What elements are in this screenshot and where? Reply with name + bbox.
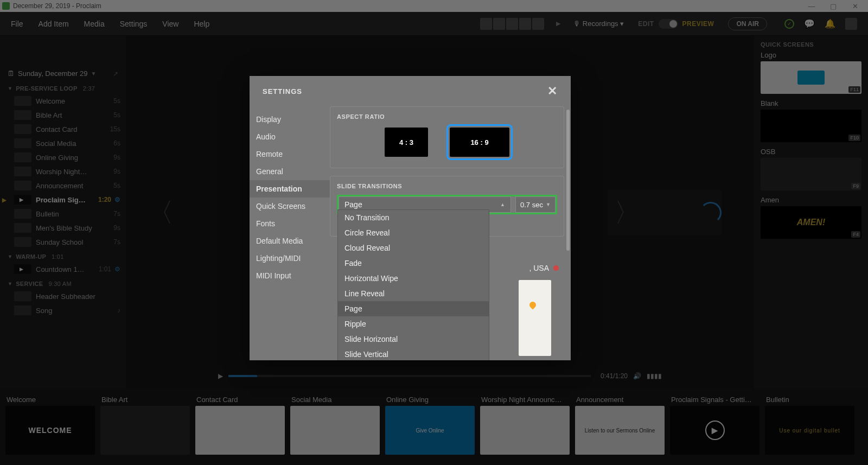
- transition-option[interactable]: Circle Reveal: [338, 225, 489, 240]
- transition-option[interactable]: Horizontal Wipe: [338, 271, 489, 286]
- settings-nav-item[interactable]: General: [250, 163, 330, 180]
- chevron-up-icon: ▲: [500, 202, 505, 207]
- settings-nav-item[interactable]: Audio: [250, 128, 330, 145]
- settings-content: ASPECT RATIO 4 : 3 16 : 9 SLIDE TRANSITI…: [330, 106, 571, 360]
- transition-duration-dropdown[interactable]: 0.7 sec ▼: [515, 196, 556, 213]
- transition-option[interactable]: Fade: [338, 256, 489, 271]
- settings-nav-item[interactable]: Default Media: [250, 232, 330, 250]
- transition-options-list: No TransitionCircle RevealCloud RevealFa…: [337, 209, 489, 360]
- transition-option[interactable]: Page: [338, 301, 489, 316]
- close-icon[interactable]: ✕: [547, 84, 558, 98]
- transition-duration-value: 0.7 sec: [520, 201, 543, 209]
- settings-nav-item[interactable]: Remote: [250, 145, 330, 163]
- remove-location-icon[interactable]: [553, 265, 559, 271]
- settings-nav-item[interactable]: Presentation: [250, 180, 330, 198]
- chevron-down-icon: ▼: [546, 202, 551, 207]
- map-pin-icon: [528, 301, 538, 310]
- transition-option[interactable]: Line Reveal: [338, 286, 489, 301]
- transition-option[interactable]: Slide Horizontal: [338, 332, 489, 347]
- aspect-ratio-label: ASPECT RATIO: [337, 113, 557, 120]
- settings-nav: DisplayAudioRemoteGeneralPresentationQui…: [250, 106, 330, 360]
- settings-nav-item[interactable]: MIDI Input: [250, 267, 330, 284]
- location-text: , USA: [529, 264, 559, 272]
- scrollbar[interactable]: [566, 110, 570, 251]
- settings-modal: SETTINGS ✕ DisplayAudioRemoteGeneralPres…: [250, 76, 571, 360]
- aspect-ratio-panel: ASPECT RATIO 4 : 3 16 : 9: [330, 106, 564, 168]
- transition-option[interactable]: Slide Vertical: [338, 347, 489, 360]
- settings-nav-item[interactable]: Fonts: [250, 215, 330, 232]
- settings-nav-item[interactable]: Quick Screens: [250, 198, 330, 215]
- aspect-16-9-option[interactable]: 16 : 9: [450, 128, 509, 157]
- map-preview: [519, 280, 551, 356]
- modal-title: SETTINGS: [263, 87, 302, 95]
- transition-option[interactable]: No Transition: [338, 210, 489, 225]
- slide-transitions-label: SLIDE TRANSITIONS: [337, 183, 557, 189]
- settings-nav-item[interactable]: Lighting/MIDI: [250, 250, 330, 267]
- aspect-4-3-option[interactable]: 4 : 3: [385, 128, 428, 157]
- transition-option[interactable]: Ripple: [338, 316, 489, 332]
- transition-type-value: Page: [344, 200, 362, 209]
- settings-nav-item[interactable]: Display: [250, 111, 330, 128]
- transition-option[interactable]: Cloud Reveal: [338, 240, 489, 256]
